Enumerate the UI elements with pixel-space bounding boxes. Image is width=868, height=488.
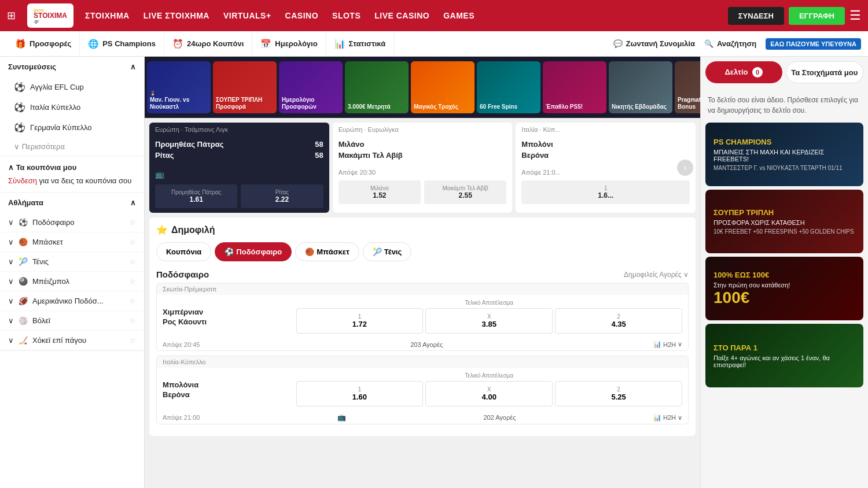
- login-button[interactable]: ΣΥΝΔΕΣΗ: [728, 7, 784, 25]
- odds-btn-3[interactable]: 1 1.6...: [521, 180, 690, 204]
- secondary-navigation: 🎁 Προσφορές 🌐 PS Champions ⏰ 24ωρο Κουπό…: [0, 31, 868, 57]
- chevron-down-icon: ∨: [8, 336, 14, 345]
- register-button[interactable]: ΕΓΓΡΑΦΗ: [789, 7, 845, 25]
- search-link[interactable]: 🔍 Αναζήτηση: [704, 39, 756, 48]
- promo-card-8[interactable]: Pragmatic Buy Bonus: [675, 61, 700, 113]
- sport-item-hockey[interactable]: ∨ 🏒 Χόκεϊ επί πάγου ☆: [0, 331, 144, 350]
- odds-btn-team1[interactable]: Προμηθέας Πάτρας 1.61: [155, 184, 237, 208]
- popular-markets-link[interactable]: Δημοφιλείς Αγορές ∨: [624, 271, 689, 279]
- chevron-down-icon: ∨: [14, 142, 22, 151]
- grid-icon[interactable]: ⊞: [7, 9, 16, 22]
- hamburger-icon[interactable]: ☰: [849, 8, 861, 23]
- betslip-tab[interactable]: Δελτίο 0: [705, 61, 782, 83]
- tab-basketball[interactable]: 🏀 Μπάσκετ: [295, 242, 359, 261]
- h2h-link-0[interactable]: 📊 H2H ∨: [653, 341, 682, 348]
- sport-label-row: Ποδόσφαιρο Δημοφιλείς Αγορές ∨: [156, 269, 689, 279]
- ps-champions-label: PS Champions: [102, 39, 156, 48]
- nav-stoixima[interactable]: ΣΤΟΙΧΗΜΑ: [85, 11, 130, 20]
- match-time-1: Απόψε 20:30: [333, 167, 513, 178]
- right-panel: Δελτίο 0 Τα Στοιχήματά μου Το δελτίο σου…: [700, 57, 868, 488]
- sport-item-volleyball[interactable]: ∨ 🏐 Βόλεϊ ☆: [0, 311, 144, 331]
- nav-games[interactable]: GAMES: [443, 11, 475, 20]
- ad-banner-2[interactable]: 100% ΕΩΣ 100€ Στην πρώτη σου κατάθεση! 1…: [705, 257, 863, 320]
- promo-card-4[interactable]: Μαγικός Τροχός: [411, 61, 475, 113]
- star-icon: ☆: [129, 316, 136, 325]
- match-footer-0: Προμηθέας Πάτρας 1.61 Ρίτας 2.22: [149, 182, 329, 213]
- match-teams-1: Μπολόνια Βερόνα: [163, 380, 292, 400]
- nav-slots[interactable]: SLOTS: [332, 11, 361, 20]
- sports-title: Αθλήματα: [8, 198, 43, 207]
- ad-title-0: PS CHAMPIONS: [713, 138, 855, 146]
- coupons-login-prompt: Σύνδεση για να δεις τα κουπόνια σου: [8, 176, 136, 185]
- tab-football[interactable]: ⚽ Ποδόσφαιρο: [215, 242, 292, 261]
- shortcuts-more[interactable]: ∨ Περισσότερα: [0, 138, 144, 156]
- h2h-link-1[interactable]: 📊 H2H ∨: [653, 414, 682, 422]
- promo-card-2[interactable]: Ημερολόγιο Προσφορών: [279, 61, 343, 113]
- odds-btn-team2[interactable]: Ρίτας 2.22: [241, 184, 323, 208]
- promo-text: 3.000€ Μετρητά: [348, 103, 391, 110]
- sec-nav-coupon[interactable]: ⏰ 24ωρο Κουπόνι: [164, 31, 252, 56]
- star-icon: ☆: [129, 218, 136, 227]
- shortcut-england-efl[interactable]: ⚽ Αγγλία EFL Cup: [0, 77, 144, 97]
- odds-cell-x-1[interactable]: X 4.00: [425, 381, 553, 406]
- match-row-1: Ιταλία-Κύπελλο Μπολόνια Βερόνα Τελικό Απ…: [156, 356, 689, 424]
- sport-item-football[interactable]: ∨ ⚽ Ποδόσφαιρο ☆: [0, 213, 144, 232]
- sport-item-baseball[interactable]: ∨ 🎱 Μπέιζμπολ ☆: [0, 272, 144, 291]
- odds-btn-1[interactable]: Μιλάνο 1.52: [339, 180, 421, 204]
- odds-cell-1-1[interactable]: 1 1.60: [296, 381, 424, 406]
- odds-btn-2[interactable]: Μακάμπι Τελ Αβίβ 2.55: [424, 180, 506, 204]
- nav-virtuals[interactable]: VIRTUALS+: [223, 11, 271, 20]
- ad-banner-0[interactable]: PS CHAMPIONS ΜΠΑΙΝΕΙΣ ΣΤΗ ΜΑΧΗ ΚΑΙ ΚΕΡΔΙ…: [705, 123, 863, 186]
- nav-live-stoixima[interactable]: LIVE ΣΤΟΙΧΗΜΑ: [144, 11, 209, 20]
- h2h-icon: 📊: [653, 414, 661, 422]
- sports-header[interactable]: Αθλήματα ∧: [0, 193, 144, 213]
- sec-nav-calendar[interactable]: 📅 Ημερολόγιο: [252, 31, 326, 56]
- odds-cell-2-1[interactable]: 2 5.25: [555, 381, 682, 406]
- live-match-card-2: Ιταλία · Κύπ... Μπολόνι Βερόνα Απόψε 21:…: [516, 123, 696, 213]
- odds-cell-1-0[interactable]: 1 1.72: [296, 308, 424, 334]
- promo-card-0[interactable]: 🎖️ Μαν. Γιουν. vs Νιούκαστλ: [147, 61, 211, 113]
- promo-card-5[interactable]: 60 Free Spins: [477, 61, 540, 113]
- hockey-icon: 🏒: [19, 336, 28, 345]
- match-next-button[interactable]: ›: [677, 160, 693, 176]
- promo-card-3[interactable]: 3.000€ Μετρητά: [345, 61, 409, 113]
- eao-badge: ΕΑΩ ΠΑΙΖΟΥΜΕ ΥΠΕΥΘΥΝΑ: [766, 38, 861, 50]
- sport-item-basketball[interactable]: ∨ 🏀 Μπάσκετ ☆: [0, 232, 144, 252]
- shortcuts-header[interactable]: Συντομεύσεις ∧: [0, 57, 144, 77]
- odds-cell-2-0[interactable]: 2 4.35: [555, 308, 682, 334]
- match-row-0: Σκωτία-Πρέμιερσιπ Χιμπέρνιαν Ρος Κάουντι…: [156, 283, 689, 351]
- football-icon: ⚽: [19, 218, 28, 227]
- shortcut-germany-cup[interactable]: ⚽ Γερμανία Κύπελλο: [0, 117, 144, 138]
- sport-item-tennis[interactable]: ∨ 🎾 Τένις ☆: [0, 252, 144, 272]
- login-link[interactable]: Σύνδεση: [8, 176, 37, 185]
- betslip-empty-message: Το δελτίο σου είναι άδειο. Πρόσθεσε επιλ…: [701, 88, 868, 123]
- tv-icon: 📺: [149, 167, 329, 182]
- more-markets-0[interactable]: 203 Αγορές: [410, 341, 443, 348]
- shortcut-italy-cup[interactable]: ⚽ Ιταλία Κύπελλο: [0, 97, 144, 117]
- tab-tennis[interactable]: 🎾 Τένις: [363, 242, 411, 261]
- ad-banner-1[interactable]: ΣΟΥΠΕΡ ΤΡΙΠΛΗ ΠΡΟΣΦΟΡΑ ΧΩΡΙΣ ΚΑΤΑΘΕΣΗ 10…: [705, 190, 863, 253]
- match-teams-2: Μπολόνι Βερόνα: [516, 136, 696, 167]
- more-markets-1[interactable]: 202 Αγορές: [483, 414, 516, 421]
- promo-card-7[interactable]: Νικητής Εβδομάδας: [609, 61, 672, 113]
- sec-nav-stats[interactable]: 📊 Στατιστικά: [326, 31, 395, 56]
- sports-section: Αθλήματα ∧ ∨ ⚽ Ποδόσφαιρο ☆ ∨ 🏀 Μπάσκετ …: [0, 193, 144, 351]
- ad-banner-3[interactable]: ΣΤΟ ΠΑΡΑ 1 Παίξε 4+ αγώνες και αν χάσεις…: [705, 324, 863, 387]
- odds-cell-x-0[interactable]: X 3.85: [425, 308, 553, 334]
- more-label: Περισσότερα: [22, 142, 65, 151]
- tab-coupons[interactable]: Κουπόνια: [156, 242, 211, 261]
- my-bets-tab[interactable]: Τα Στοιχήματά μου: [786, 61, 864, 83]
- sport-item-american-football[interactable]: ∨ 🏈 Αμερικάνικο Ποδόσ... ☆: [0, 291, 144, 311]
- promo-card-1[interactable]: ΣΟΥΠΕΡ ΤΡΙΠΛΗ Προσφορά: [213, 61, 277, 113]
- promo-text: Νικητής Εβδομάδας: [612, 103, 667, 110]
- sec-nav-offers[interactable]: 🎁 Προσφορές: [7, 31, 80, 56]
- match-section-header-1: Ιταλία-Κύπελλο: [157, 356, 688, 368]
- nav-live-casino[interactable]: LIVE CASINO: [374, 11, 429, 20]
- promo-card-6[interactable]: Έπαθλο PS5!: [543, 61, 606, 113]
- logo[interactable]: game STOIXIMA .gr: [27, 3, 73, 28]
- football-tab-icon: ⚽: [225, 247, 234, 256]
- nav-casino[interactable]: CASINO: [285, 11, 318, 20]
- live-chat-link[interactable]: 💬 Ζωντανή Συνομιλία: [613, 39, 695, 48]
- promo-row: 🎖️ Μαν. Γιουν. vs Νιούκαστλ ΣΟΥΠΕΡ ΤΡΙΠΛ…: [145, 57, 700, 118]
- sec-nav-ps-champions[interactable]: 🌐 PS Champions: [80, 31, 164, 56]
